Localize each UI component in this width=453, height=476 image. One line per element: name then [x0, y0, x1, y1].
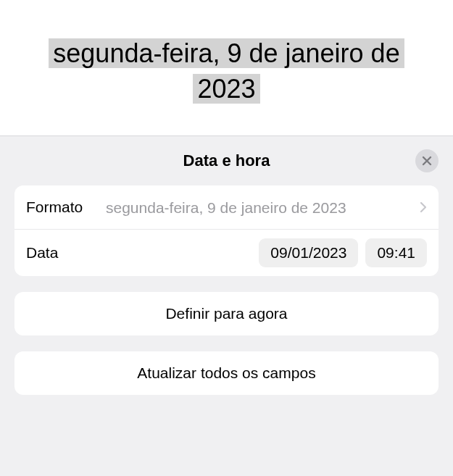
date-picker[interactable]: 09/01/2023	[259, 238, 358, 267]
date-row: Data 09/01/2023 09:41	[14, 229, 439, 276]
close-icon	[422, 156, 432, 166]
settings-group: Formato segunda-feira, 9 de janeiro de 2…	[14, 185, 439, 276]
format-label: Formato	[26, 199, 106, 216]
preview-area: segunda-feira, 9 de janeiro de 2023	[0, 0, 453, 135]
date-label: Data	[26, 244, 106, 262]
date-preview-text[interactable]: segunda-feira, 9 de janeiro de 2023	[49, 38, 404, 104]
date-time-panel: Data e hora Formato segunda-feira, 9 de …	[0, 135, 453, 476]
format-value: segunda-feira, 9 de janeiro de 2023	[106, 199, 420, 217]
close-button[interactable]	[415, 149, 439, 172]
panel-header: Data e hora	[14, 149, 439, 172]
chevron-right-icon	[420, 201, 427, 213]
panel-title: Data e hora	[183, 151, 270, 170]
set-to-now-button[interactable]: Definir para agora	[14, 292, 439, 335]
update-all-fields-button[interactable]: Atualizar todos os campos	[14, 351, 439, 395]
date-time-pickers: 09/01/2023 09:41	[259, 238, 427, 267]
time-picker[interactable]: 09:41	[365, 238, 427, 267]
format-row[interactable]: Formato segunda-feira, 9 de janeiro de 2…	[14, 185, 439, 229]
